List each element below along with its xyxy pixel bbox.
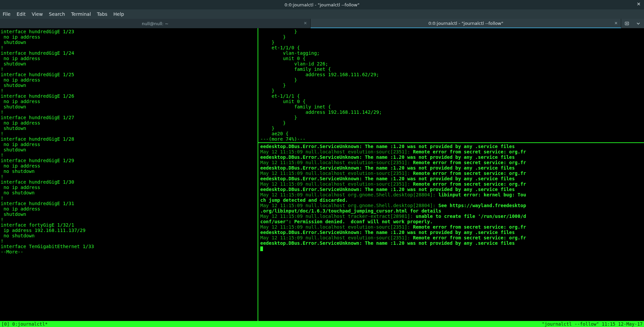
- log-message: See https://wayland.freedesktop: [438, 203, 526, 208]
- right-top-output: } } } et-1/1/0 { vlan-tagging; unit 0 { …: [260, 29, 642, 142]
- right-bottom-output: eedesktop.DBus.Error.ServiceUnknown: The…: [260, 144, 642, 251]
- tab-2-close-icon[interactable]: ✕: [614, 21, 618, 26]
- tab-actions: [621, 19, 644, 28]
- log-message: Remote error from secret service: org.fr: [413, 224, 526, 230]
- menu-edit[interactable]: Edit: [16, 11, 25, 17]
- tab-2[interactable]: 0:0:journalctl - "journalctl --follow" ✕: [311, 19, 621, 28]
- left-pane[interactable]: interface hundredGigE 1/23 no ip address…: [0, 28, 258, 321]
- log-prefix: May 12 11:15:09 null.localhost evolution…: [260, 149, 413, 154]
- terminal-area: interface hundredGigE 1/23 no ip address…: [0, 28, 644, 321]
- log-message: eedesktop.DBus.Error.ServiceUnknown: The…: [260, 154, 515, 160]
- log-message: eedesktop.DBus.Error.ServiceUnknown: The…: [260, 187, 515, 192]
- log-message: ch jump detected and discarded.: [260, 197, 348, 203]
- tab-1-label: null@null: ~: [142, 21, 169, 26]
- log-prefix: May 12 11:15:09 null.localhost org.gnome…: [260, 192, 438, 197]
- left-pane-output: interface hundredGigE 1/23 no ip address…: [0, 28, 258, 255]
- log-prefix: May 12 11:15:09 null.localhost tracker-e…: [260, 214, 416, 219]
- log-message: conf/user': Permission denied. dconf wil…: [260, 219, 433, 224]
- tab-1[interactable]: null@null: ~ ✕: [0, 19, 311, 28]
- new-tab-button[interactable]: [623, 20, 631, 27]
- tab-bar: null@null: ~ ✕ 0:0:journalctl - "journal…: [0, 19, 644, 28]
- log-message: Remote error from secret service: org.fr: [413, 149, 526, 154]
- right-top-pane[interactable]: } } } et-1/1/0 { vlan-tagging; unit 0 { …: [258, 28, 644, 143]
- menu-terminal[interactable]: Terminal: [71, 11, 91, 17]
- log-message: eedesktop.DBus.Error.ServiceUnknown: The…: [260, 230, 515, 235]
- window-titlebar[interactable]: 0:0:journalctl - "journalctl --follow" ✕: [0, 0, 644, 9]
- window-title: 0:0:journalctl - "journalctl --follow": [284, 2, 359, 7]
- menu-search[interactable]: Search: [49, 11, 65, 17]
- menu-view[interactable]: View: [32, 11, 43, 17]
- log-message: eedesktop.DBus.Error.ServiceUnknown: The…: [260, 144, 515, 149]
- right-bottom-pane[interactable]: eedesktop.DBus.Error.ServiceUnknown: The…: [258, 143, 644, 321]
- menu-help[interactable]: Help: [113, 11, 124, 17]
- tab-menu-dropdown-icon[interactable]: [635, 20, 642, 27]
- log-prefix: May 12 11:15:09 null.localhost evolution…: [260, 235, 413, 240]
- app-window: 0:0:journalctl - "journalctl --follow" ✕…: [0, 0, 644, 327]
- tmux-status-bar: [0] 0:journalctl* "journalctl --follow" …: [0, 321, 644, 327]
- log-prefix: May 12 11:15:09 null.localhost org.gnome…: [260, 203, 438, 208]
- right-pane: } } } et-1/1/0 { vlan-tagging; unit 0 { …: [258, 28, 644, 321]
- log-message: libinput error: kernel bug: Tou: [438, 192, 526, 197]
- log-prefix: May 12 11:15:09 null.localhost evolution…: [260, 181, 413, 187]
- log-prefix: May 12 11:15:09 null.localhost evolution…: [260, 224, 413, 230]
- log-message: .org/libinput/doc/1.6.3/touchpad_jumping…: [260, 208, 441, 214]
- tmux-status-left: [0] 0:journalctl*: [1, 321, 48, 327]
- window-close-button[interactable]: ✕: [637, 1, 641, 7]
- log-message: eedesktop.DBus.Error.ServiceUnknown: The…: [260, 240, 515, 246]
- tab-1-close-icon[interactable]: ✕: [304, 21, 307, 26]
- log-prefix: May 12 11:15:09 null.localhost evolution…: [260, 171, 413, 176]
- tmux-status-right: "journalctl --follow" 11:15 12-May-17: [542, 321, 643, 327]
- log-message: unable to create file '/run/user/1000/d: [416, 214, 526, 219]
- tab-2-label: 0:0:journalctl - "journalctl --follow": [428, 21, 503, 26]
- menu-file[interactable]: File: [3, 11, 10, 17]
- menu-tabs[interactable]: Tabs: [97, 11, 107, 17]
- log-message: Remote error from secret service: org.fr: [413, 235, 526, 240]
- log-message: eedesktop.DBus.Error.ServiceUnknown: The…: [260, 165, 515, 171]
- log-message: eedesktop.DBus.Error.ServiceUnknown: The…: [260, 176, 515, 181]
- log-message: Remote error from secret service: org.fr: [413, 160, 526, 165]
- log-message: Remote error from secret service: org.fr: [413, 181, 526, 187]
- log-message: Remote error from secret service: org.fr: [413, 171, 526, 176]
- log-prefix: May 12 11:15:09 null.localhost evolution…: [260, 160, 413, 165]
- menu-bar: File Edit View Search Terminal Tabs Help: [0, 9, 644, 19]
- terminal-cursor: [260, 246, 263, 251]
